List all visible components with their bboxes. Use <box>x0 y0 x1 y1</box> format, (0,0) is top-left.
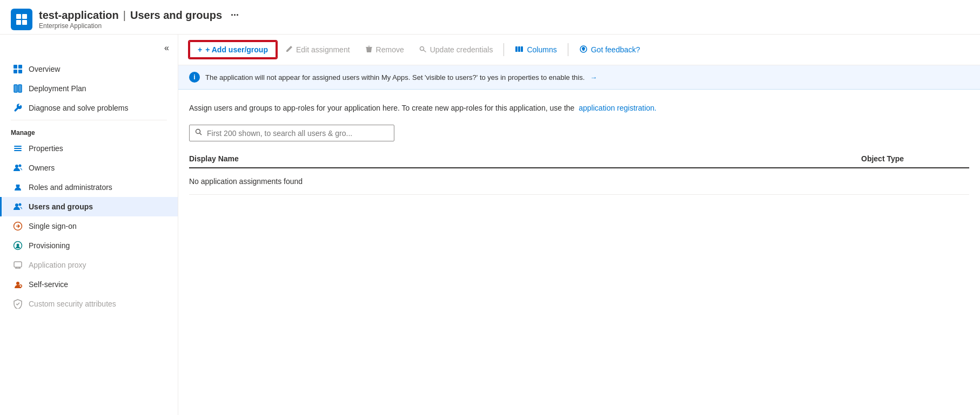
header-divider: | <box>123 9 126 22</box>
sidebar-item-self-service[interactable]: Self-service <box>0 275 178 294</box>
svg-rect-26 <box>515 46 518 52</box>
sidebar-item-app-proxy: Application proxy <box>0 255 178 275</box>
collapse-icon[interactable]: « <box>162 41 171 55</box>
grid-icon <box>12 64 23 74</box>
sidebar-item-label: Properties <box>29 144 63 153</box>
svg-point-14 <box>19 165 22 167</box>
col-object-type: Object Type <box>861 154 969 163</box>
header-text: test-application | Users and groups ··· … <box>39 9 239 30</box>
svg-rect-11 <box>14 148 22 149</box>
svg-rect-10 <box>14 146 22 147</box>
svg-point-30 <box>196 130 200 134</box>
sidebar-item-overview[interactable]: Overview <box>0 59 178 79</box>
remove-button-label: Remove <box>376 45 404 54</box>
people-icon <box>12 162 23 173</box>
svg-rect-4 <box>14 65 17 69</box>
sidebar-item-label: Custom security attributes <box>29 300 116 308</box>
circle-arrow-icon <box>12 221 23 232</box>
svg-rect-28 <box>521 46 523 52</box>
svg-point-18 <box>19 203 22 206</box>
sidebar-item-roles[interactable]: Roles and administrators <box>0 178 178 197</box>
bars-icon <box>12 143 23 154</box>
update-button-label: Update credentials <box>430 45 493 54</box>
sidebar-item-users-groups[interactable]: Users and groups <box>0 197 178 216</box>
edit-button-label: Edit assignment <box>296 45 350 54</box>
svg-point-13 <box>15 165 18 168</box>
toolbar: + + Add user/group Edit assignment Remov <box>178 35 980 65</box>
info-icon: i <box>189 72 200 83</box>
table-header: Display Name Object Type <box>189 150 969 168</box>
app-icon <box>11 9 32 30</box>
wrench-icon <box>12 103 23 113</box>
svg-point-25 <box>420 46 424 50</box>
sidebar-item-label: Roles and administrators <box>29 183 112 192</box>
sidebar-item-deployment[interactable]: Deployment Plan <box>0 79 178 98</box>
add-button-label: + Add user/group <box>205 45 268 54</box>
sidebar: « Overview Deploymen <box>0 35 178 415</box>
description-text: Assign users and groups to app-roles for… <box>189 103 969 114</box>
app-registration-link[interactable]: application registration. <box>579 104 656 112</box>
edit-assignment-button[interactable]: Edit assignment <box>279 42 357 58</box>
empty-message: No application assignments found <box>189 177 303 186</box>
sidebar-item-label: Diagnose and solve problems <box>29 104 128 112</box>
sidebar-item-properties[interactable]: Properties <box>0 139 178 158</box>
sidebar-item-custom-security: Custom security attributes <box>0 294 178 314</box>
key-icon <box>419 45 427 55</box>
page-header: test-application | Users and groups ··· … <box>0 0 980 35</box>
sidebar-item-label: Deployment Plan <box>29 84 86 93</box>
svg-rect-22 <box>14 262 22 267</box>
info-text: The application will not appear for assi… <box>205 73 585 81</box>
toolbar-separator-2 <box>568 43 568 56</box>
svg-rect-0 <box>16 14 21 19</box>
sidebar-item-label: Owners <box>29 164 55 172</box>
shield-check-icon <box>12 298 23 309</box>
update-credentials-button[interactable]: Update credentials <box>413 42 500 58</box>
sidebar-item-label: Provisioning <box>29 241 70 250</box>
search-box[interactable] <box>189 125 394 141</box>
search-icon <box>195 128 203 138</box>
remove-button[interactable]: Remove <box>359 42 411 58</box>
sidebar-divider <box>11 120 167 120</box>
more-options-button[interactable]: ··· <box>231 10 239 21</box>
sidebar-item-owners[interactable]: Owners <box>0 158 178 178</box>
sidebar-item-label: Self-service <box>29 280 68 289</box>
sidebar-item-label: Overview <box>29 65 60 73</box>
feedback-button-label: Got feedback? <box>591 45 640 54</box>
circle-person-icon <box>12 240 23 251</box>
manage-section-label: Manage <box>0 123 178 139</box>
empty-message-row: No application assignments found <box>189 168 969 195</box>
svg-rect-16 <box>16 183 19 185</box>
svg-rect-3 <box>22 20 27 25</box>
content-body: Assign users and groups to app-roles for… <box>178 90 980 208</box>
svg-rect-12 <box>14 150 22 151</box>
toolbar-separator <box>504 43 504 56</box>
proxy-icon <box>12 260 23 270</box>
columns-button[interactable]: Columns <box>508 42 563 58</box>
search-input[interactable] <box>207 129 388 138</box>
svg-rect-2 <box>16 20 21 25</box>
svg-rect-5 <box>18 65 22 69</box>
book-icon <box>12 83 23 94</box>
content-area: + + Add user/group Edit assignment Remov <box>178 35 980 415</box>
sidebar-item-diagnose[interactable]: Diagnose and solve problems <box>0 98 178 118</box>
feedback-icon <box>579 45 588 55</box>
svg-point-23 <box>16 282 19 285</box>
sidebar-item-provisioning[interactable]: Provisioning <box>0 236 178 255</box>
sidebar-item-sso[interactable]: Single sign-on <box>0 216 178 236</box>
svg-rect-7 <box>18 70 22 73</box>
pencil-icon <box>285 45 293 55</box>
main-layout: « Overview Deploymen <box>0 35 980 415</box>
add-icon: + <box>198 45 202 54</box>
columns-icon <box>515 45 523 55</box>
feedback-button[interactable]: Got feedback? <box>573 42 647 58</box>
sidebar-item-label: Users and groups <box>29 202 93 211</box>
info-arrow: → <box>590 73 597 81</box>
svg-point-21 <box>17 244 19 247</box>
trash-icon <box>365 45 373 55</box>
app-subtitle: Enterprise Application <box>39 22 239 30</box>
sidebar-collapse[interactable]: « <box>0 39 178 59</box>
info-banner: i The application will not appear for as… <box>178 65 980 90</box>
add-user-group-button[interactable]: + + Add user/group <box>189 41 277 58</box>
columns-button-label: Columns <box>527 45 556 54</box>
page-title: Users and groups <box>130 9 222 22</box>
